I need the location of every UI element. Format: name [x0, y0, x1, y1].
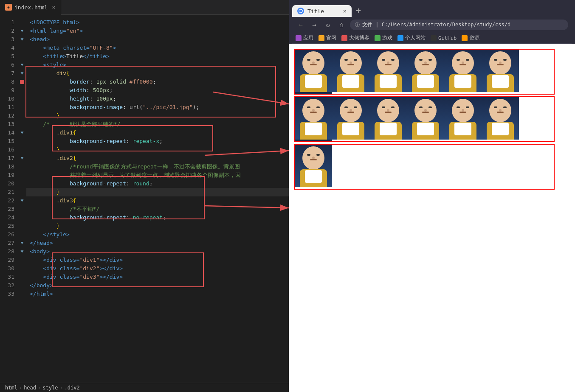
char-5 [444, 50, 482, 92]
code-line-19: 并排着一列列显示。为了做到这一点，浏览器会扭曲各个图像副本，因 [26, 171, 289, 179]
back-button[interactable]: ← [296, 21, 306, 29]
bookmark-github[interactable]: GitHub [431, 35, 457, 41]
char-1 [295, 50, 332, 92]
code-line-25: } [26, 222, 289, 230]
file-icon: ◆ [5, 4, 12, 11]
preview-div1 [294, 49, 555, 95]
bookmarks-bar: 应用 官网 大佬博客 游戏 个人网站 GitHub [292, 33, 572, 44]
bookmark-dabo[interactable]: 大佬博客 [341, 34, 369, 42]
preview-div2 [294, 96, 555, 142]
char-7 [295, 92, 332, 95]
bookmark-apps[interactable]: 应用 [296, 34, 313, 42]
code-line-24: background-repeat: no-repeat; [26, 213, 289, 222]
char-6 [482, 50, 519, 92]
code-line-18: /*round平铺图像的方式与repeat一样，不过不会裁剪图像。背景图 [26, 162, 289, 171]
browser-tab-favicon [297, 8, 304, 14]
code-line-14: .div1{ [26, 129, 289, 137]
code-line-22: .div3{ [26, 196, 289, 205]
code-line-20: background-repeat: round; [26, 179, 289, 188]
browser-tab-row: Title × + [292, 3, 572, 17]
address-text: 文件 | C:/Users/Administrator/Desktop/stud… [362, 21, 510, 28]
code-line-28: <body> [26, 247, 289, 256]
bookmark-github-icon [431, 35, 437, 41]
code-line-29: <div class="div1"></div> [26, 256, 289, 264]
code-line-4: <meta charset="UTF-8"> [26, 44, 289, 52]
tab-close-button[interactable]: × [52, 4, 55, 11]
char-2 [332, 50, 369, 92]
code-line-2: <html lang="en"> [26, 27, 289, 35]
code-line-31: <div class="div3"></div> [26, 273, 289, 281]
bookmark-guanwang[interactable]: 官网 [319, 34, 336, 42]
browser-tab-title: Title [307, 8, 324, 14]
bookmark-ziyuan[interactable]: 资源 [462, 34, 479, 42]
code-line-5: <title>Title</title> [26, 52, 289, 61]
breadcrumb-html: html [5, 385, 17, 391]
reload-button[interactable]: ↻ [323, 21, 333, 29]
home-button[interactable]: ⌂ [336, 21, 347, 29]
breadcrumb-style: style [42, 385, 58, 391]
bookmark-dabo-icon [341, 35, 347, 41]
browser-active-tab[interactable]: Title × [292, 5, 352, 17]
code-line-32: </body> [26, 281, 289, 290]
code-line-27: </head> [26, 239, 289, 247]
new-tab-button[interactable]: + [352, 3, 364, 17]
bookmark-ziyuan-icon [462, 35, 468, 41]
code-line-15: background-repeat: repeat-x; [26, 137, 289, 146]
bookmark-youxi-icon [375, 35, 381, 41]
code-line-8: border: 1px solid #ff0000; [26, 78, 289, 86]
browser-panel: Title × + ← → ↻ ⌂ ⓘ 文件 | C:/Users/Admini… [289, 0, 575, 392]
char-4 [407, 50, 444, 92]
code-line-17: .div2{ [26, 154, 289, 162]
bookmark-guanwang-icon [319, 35, 324, 41]
code-line-10: height: 100px; [26, 95, 289, 103]
security-icon: ⓘ [355, 22, 360, 28]
editor-tab-bar: ◆ index.html × [0, 0, 289, 15]
code-line-33: </html> [26, 290, 289, 298]
editor-gutter [18, 15, 26, 383]
address-bar[interactable]: ⓘ 文件 | C:/Users/Administrator/Desktop/st… [350, 20, 568, 30]
editor-panel: ◆ index.html × 12345 678910 1112131415 1… [0, 0, 289, 392]
code-line-23: /*不平铺*/ [26, 205, 289, 213]
code-line-26: </style> [26, 230, 289, 239]
code-line-12: } [26, 112, 289, 120]
code-line-30: <div class="div2"></div> [26, 264, 289, 273]
breadcrumb-bar: html › head › style › .div2 [0, 383, 289, 392]
code-line-3: <head> [26, 35, 289, 44]
code-line-16: } [26, 146, 289, 154]
editor-main: 12345 678910 1112131415 1617181920 21222… [0, 15, 289, 383]
bookmark-geren[interactable]: 个人网站 [397, 34, 426, 42]
browser-chrome: Title × + ← → ↻ ⌂ ⓘ 文件 | C:/Users/Admini… [289, 0, 575, 44]
preview-div3 [294, 144, 555, 190]
code-line-7: div{ [26, 69, 289, 78]
code-line-6: <style> [26, 61, 289, 69]
browser-tab-close[interactable]: × [343, 8, 347, 14]
forward-button[interactable]: → [309, 21, 319, 29]
breadcrumb-head: head [24, 385, 36, 391]
tab-label: index.html [14, 4, 48, 11]
code-line-21: } [26, 188, 289, 196]
code-line-1: <!DOCTYPE html> [26, 18, 289, 27]
char-3 [369, 50, 407, 92]
code-line-13: /* 默认是全部平铺的*/ [26, 120, 289, 129]
bookmark-geren-icon [397, 35, 403, 41]
browser-viewport [289, 44, 575, 392]
code-line-9: width: 500px; [26, 86, 289, 95]
code-line-11: background-image: url("../pic/01.jpg"); [26, 103, 289, 112]
browser-address-row: ← → ↻ ⌂ ⓘ 文件 | C:/Users/Administrator/De… [292, 17, 572, 33]
line-numbers: 12345 678910 1112131415 1617181920 21222… [0, 15, 18, 383]
editor-tab[interactable]: ◆ index.html × [0, 0, 61, 15]
code-area[interactable]: <!DOCTYPE html> <html lang="en"> <head> … [26, 15, 289, 383]
bookmark-apps-icon [296, 35, 302, 41]
bookmark-youxi[interactable]: 游戏 [375, 34, 392, 42]
breadcrumb-div2: .div2 [65, 385, 80, 391]
